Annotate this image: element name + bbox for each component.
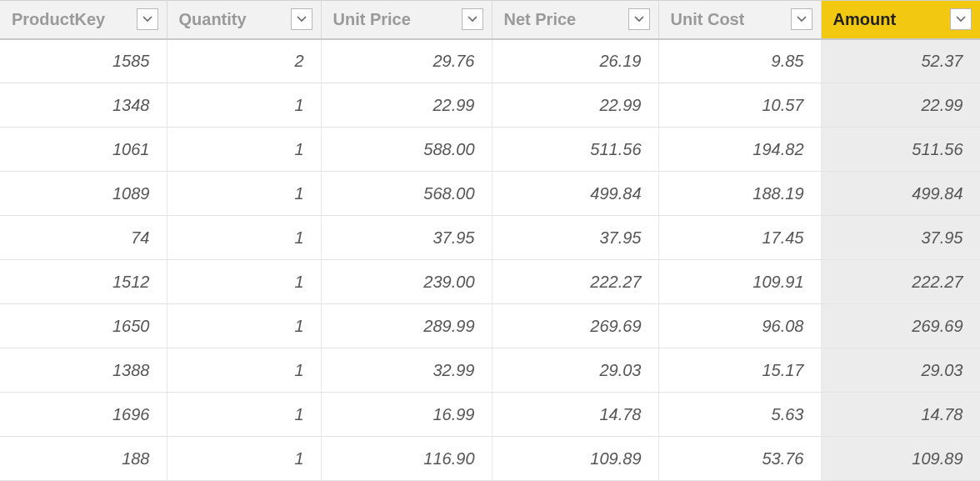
table-row[interactable]: 74137.9537.9517.4537.95 bbox=[0, 216, 980, 260]
table-cell[interactable]: 29.76 bbox=[321, 39, 492, 83]
table-cell[interactable]: 568.00 bbox=[321, 172, 492, 216]
table-cell[interactable]: 1348 bbox=[0, 83, 167, 128]
column-filter-button[interactable] bbox=[137, 8, 158, 30]
table-cell[interactable]: 1 bbox=[167, 216, 321, 260]
table-cell[interactable]: 1061 bbox=[0, 128, 167, 172]
table-cell[interactable]: 194.82 bbox=[658, 128, 821, 172]
column-header[interactable]: Quantity bbox=[167, 1, 321, 39]
table-row[interactable]: 1388132.9929.0315.1729.03 bbox=[0, 348, 980, 393]
table-cell[interactable]: 37.95 bbox=[821, 216, 980, 260]
table-cell[interactable]: 1 bbox=[167, 83, 321, 128]
table-cell[interactable]: 14.78 bbox=[492, 393, 658, 437]
table-cell[interactable]: 22.99 bbox=[821, 83, 980, 128]
table-cell[interactable]: 1 bbox=[167, 128, 321, 172]
table-row[interactable]: 16501289.99269.6996.08269.69 bbox=[0, 304, 980, 348]
table-cell[interactable]: 22.99 bbox=[492, 83, 658, 128]
table-cell[interactable]: 1650 bbox=[0, 304, 167, 348]
table-cell[interactable]: 17.45 bbox=[658, 216, 821, 260]
table-cell[interactable]: 37.95 bbox=[492, 216, 658, 260]
table-cell[interactable]: 1 bbox=[167, 304, 321, 348]
table-cell[interactable]: 188.19 bbox=[658, 172, 821, 216]
column-header[interactable]: Net Price bbox=[492, 1, 658, 39]
table-cell[interactable]: 499.84 bbox=[492, 172, 658, 216]
chevron-down-icon bbox=[797, 16, 807, 23]
table-cell[interactable]: 29.03 bbox=[821, 348, 980, 393]
table-cell[interactable]: 29.03 bbox=[492, 348, 658, 393]
table-cell[interactable]: 32.99 bbox=[321, 348, 492, 393]
chevron-down-icon bbox=[956, 16, 966, 23]
table-cell[interactable]: 1 bbox=[167, 393, 321, 437]
column-header[interactable]: Unit Price bbox=[321, 1, 492, 39]
table-cell[interactable]: 588.00 bbox=[321, 128, 492, 172]
table-cell[interactable]: 1512 bbox=[0, 260, 167, 304]
table-cell[interactable]: 1 bbox=[167, 172, 321, 216]
table-cell[interactable]: 16.99 bbox=[321, 393, 492, 437]
table-cell[interactable]: 239.00 bbox=[321, 260, 492, 304]
column-header[interactable]: Amount bbox=[821, 1, 980, 39]
table-cell[interactable]: 53.76 bbox=[658, 437, 821, 481]
column-header[interactable]: Unit Cost bbox=[658, 1, 821, 39]
table-cell[interactable]: 499.84 bbox=[821, 172, 980, 216]
table-row[interactable]: 10891568.00499.84188.19499.84 bbox=[0, 172, 980, 216]
table-cell[interactable]: 1089 bbox=[0, 172, 167, 216]
column-header-label: Unit Price bbox=[333, 10, 411, 29]
table-cell[interactable]: 511.56 bbox=[821, 128, 980, 172]
table-cell[interactable]: 96.08 bbox=[658, 304, 821, 348]
table-cell[interactable]: 37.95 bbox=[321, 216, 492, 260]
table-cell[interactable]: 9.85 bbox=[658, 39, 821, 83]
column-header[interactable]: ProductKey bbox=[0, 1, 167, 39]
table-row[interactable]: 1696116.9914.785.6314.78 bbox=[0, 393, 980, 437]
table-cell[interactable]: 1388 bbox=[0, 348, 167, 393]
table-cell[interactable]: 116.90 bbox=[321, 437, 492, 481]
chevron-down-icon bbox=[297, 16, 307, 23]
table-row[interactable]: 10611588.00511.56194.82511.56 bbox=[0, 128, 980, 172]
chevron-down-icon bbox=[634, 16, 644, 23]
table-cell[interactable]: 1585 bbox=[0, 39, 167, 83]
table-cell[interactable]: 222.27 bbox=[492, 260, 658, 304]
table-cell[interactable]: 5.63 bbox=[658, 393, 821, 437]
table-cell[interactable]: 15.17 bbox=[658, 348, 821, 393]
table-cell[interactable]: 10.57 bbox=[658, 83, 821, 128]
table-cell[interactable]: 22.99 bbox=[321, 83, 492, 128]
column-header-label: Quantity bbox=[179, 10, 247, 29]
column-filter-button[interactable] bbox=[462, 8, 483, 30]
table-cell[interactable]: 1 bbox=[167, 437, 321, 481]
table-header-row: ProductKeyQuantityUnit PriceNet PriceUni… bbox=[0, 1, 980, 39]
table-cell[interactable]: 1 bbox=[167, 260, 321, 304]
column-header-label: Unit Cost bbox=[671, 10, 745, 29]
table-cell[interactable]: 26.19 bbox=[492, 39, 658, 83]
column-header-label: Net Price bbox=[504, 10, 577, 29]
table-row[interactable]: 15121239.00222.27109.91222.27 bbox=[0, 260, 980, 304]
table-cell[interactable]: 269.69 bbox=[821, 304, 980, 348]
column-filter-button[interactable] bbox=[791, 8, 812, 30]
column-header-label: Amount bbox=[833, 10, 897, 29]
column-header-label: ProductKey bbox=[12, 10, 105, 29]
table-cell[interactable]: 1 bbox=[167, 348, 321, 393]
table-row[interactable]: 1585229.7626.199.8552.37 bbox=[0, 39, 980, 83]
chevron-down-icon bbox=[142, 16, 152, 23]
column-filter-button[interactable] bbox=[950, 8, 972, 30]
table-row[interactable]: 1348122.9922.9910.5722.99 bbox=[0, 83, 980, 128]
data-table: ProductKeyQuantityUnit PriceNet PriceUni… bbox=[0, 0, 980, 481]
table-cell[interactable]: 2 bbox=[167, 39, 321, 83]
table-cell[interactable]: 222.27 bbox=[821, 260, 980, 304]
table-cell[interactable]: 109.89 bbox=[821, 437, 980, 481]
table-cell[interactable]: 289.99 bbox=[321, 304, 492, 348]
table-cell[interactable]: 1696 bbox=[0, 393, 167, 437]
table-cell[interactable]: 188 bbox=[0, 437, 167, 481]
table-cell[interactable]: 269.69 bbox=[492, 304, 658, 348]
table-cell[interactable]: 14.78 bbox=[821, 393, 980, 437]
table-cell[interactable]: 109.91 bbox=[658, 260, 821, 304]
chevron-down-icon bbox=[468, 16, 478, 23]
column-filter-button[interactable] bbox=[628, 8, 650, 30]
table-cell[interactable]: 52.37 bbox=[821, 39, 980, 83]
table-row[interactable]: 1881116.90109.8953.76109.89 bbox=[0, 437, 980, 481]
column-filter-button[interactable] bbox=[291, 8, 312, 30]
table-cell[interactable]: 109.89 bbox=[492, 437, 658, 481]
table-cell[interactable]: 511.56 bbox=[492, 128, 658, 172]
table-cell[interactable]: 74 bbox=[0, 216, 167, 260]
